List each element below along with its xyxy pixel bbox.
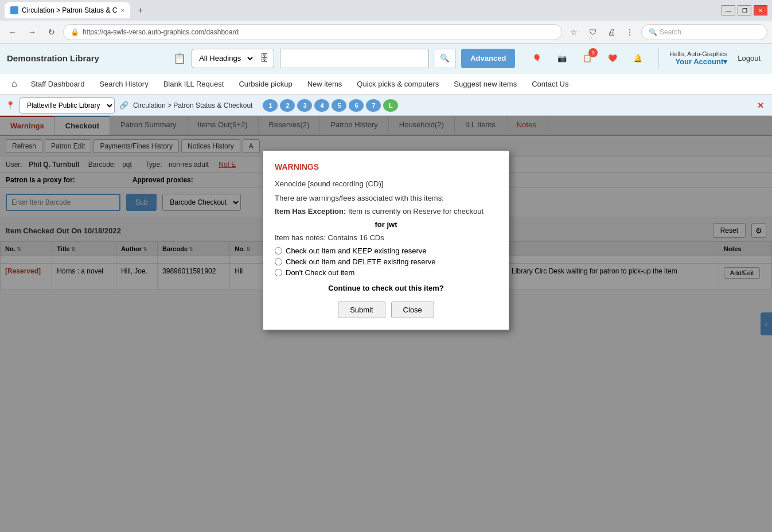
modal-radio-0[interactable] xyxy=(275,247,282,255)
user-account-button[interactable]: Your Account▾ xyxy=(669,57,727,66)
tab-favicon xyxy=(10,6,18,14)
logout-button[interactable]: Logout xyxy=(733,54,765,62)
list-icon[interactable]: 📋 3 xyxy=(577,48,598,69)
browser-search-box: 🔍 Search xyxy=(641,24,767,40)
nav-quick-picks[interactable]: Quick picks & computers xyxy=(350,75,446,93)
back-button[interactable]: ← xyxy=(5,24,21,40)
modal-option-1: Check out Item and DELETE existing reser… xyxy=(275,257,497,266)
nav-staff-dashboard[interactable]: Staff Dashboard xyxy=(24,75,92,93)
page-tab-3[interactable]: 3 xyxy=(297,99,312,112)
extensions-icon[interactable]: 🛡 xyxy=(585,24,601,40)
page-tab-4[interactable]: 4 xyxy=(314,99,329,112)
modal-option-label-1: Check out Item and DELETE existing reser… xyxy=(286,257,436,266)
reload-button[interactable]: ↻ xyxy=(44,24,60,40)
modal-option-2: Don't Check out item xyxy=(275,268,497,277)
search-icon: 🔍 xyxy=(649,28,657,36)
new-tab-button[interactable]: + xyxy=(134,3,147,17)
search-heading-dropdown[interactable]: All Headings 🗄 xyxy=(192,49,274,68)
hello-text: Hello, Auto-Graphics xyxy=(669,50,727,57)
breadcrumb: Circulation > Patron Status & Checkout xyxy=(133,101,252,109)
nav-blank-ill[interactable]: Blank ILL Request xyxy=(157,75,231,93)
bell-icon[interactable]: 🔔 xyxy=(627,48,648,69)
lock-icon: 🔒 xyxy=(71,28,79,36)
main-content: Warnings Checkout Patron Summary Items O… xyxy=(0,116,772,532)
modal-exception-centered: for jwt xyxy=(275,220,497,229)
window-minimize-button[interactable]: — xyxy=(722,5,735,15)
library-select[interactable]: Platteville Public Library xyxy=(20,97,115,114)
print-icon[interactable]: 🖨 xyxy=(603,24,619,40)
url-text: https://qa-swls-verso.auto-graphics.com/… xyxy=(83,28,239,36)
modal-radio-1[interactable] xyxy=(275,258,282,265)
balloon-icon[interactable]: 🎈 xyxy=(527,48,547,69)
page-tab-l[interactable]: L xyxy=(383,99,398,112)
page-tab-2[interactable]: 2 xyxy=(280,99,295,112)
modal-exception: Item Has Exception: Item is currently on… xyxy=(275,207,497,216)
modal-title: WARNINGS xyxy=(275,162,497,171)
window-restore-button[interactable]: ❐ xyxy=(738,5,751,15)
location-pin-icon: 📍 xyxy=(6,101,15,109)
page-tabs: 1 2 3 4 5 6 7 L xyxy=(263,99,398,112)
browser-tab[interactable]: Circulation > Patron Status & C × xyxy=(5,2,130,18)
tab-title: Circulation > Patron Status & C xyxy=(22,6,117,14)
main-search-input[interactable] xyxy=(280,49,429,68)
modal-continue-text: Continue to check out this item? xyxy=(275,284,497,292)
forward-button[interactable]: → xyxy=(24,24,40,40)
modal-overlay: WARNINGS Xenocide [sound recording (CD)]… xyxy=(0,116,772,532)
modal-options: Check out Item and KEEP existing reserve… xyxy=(275,247,497,277)
heading-select[interactable]: All Headings xyxy=(192,49,255,68)
heart-icon[interactable]: ❤️ xyxy=(602,48,623,69)
modal-option-label-2: Don't Check out item xyxy=(286,268,354,277)
modal-submit-button[interactable]: Submit xyxy=(338,302,385,318)
page-tab-7[interactable]: 7 xyxy=(366,99,381,112)
page-tab-5[interactable]: 5 xyxy=(332,99,346,112)
address-bar: 🔒 https://qa-swls-verso.auto-graphics.co… xyxy=(63,24,562,40)
modal-notes: Item has notes: Contains 16 CDs xyxy=(275,233,497,242)
warnings-modal: WARNINGS Xenocide [sound recording (CD)]… xyxy=(263,150,509,330)
nav-curbside[interactable]: Curbside pickup xyxy=(232,75,299,93)
modal-option-label-0: Check out Item and KEEP existing reserve xyxy=(286,247,426,255)
home-nav-item[interactable]: ⌂ xyxy=(6,74,23,93)
nav-search-history[interactable]: Search History xyxy=(92,75,155,93)
app-logo: Demonstration Library xyxy=(7,53,99,63)
tab-close-button[interactable]: × xyxy=(120,7,124,14)
bookmark-button[interactable]: ☆ xyxy=(566,24,582,40)
catalog-search-icon: 📋 xyxy=(173,52,186,65)
modal-close-button[interactable]: Close xyxy=(391,302,434,318)
camera-icon[interactable]: 📷 xyxy=(552,48,572,69)
page-tab-6[interactable]: 6 xyxy=(349,99,364,112)
window-close-button[interactable]: ✕ xyxy=(754,5,767,15)
page-tab-1[interactable]: 1 xyxy=(263,99,278,112)
search-submit-button[interactable]: 🔍 xyxy=(435,49,455,68)
nav-contact[interactable]: Contact Us xyxy=(525,75,575,93)
breadcrumb-link-icon: 🔗 xyxy=(119,101,128,109)
list-badge: 3 xyxy=(588,48,598,57)
nav-new-items[interactable]: New items xyxy=(301,75,349,93)
location-bar: 📍 Platteville Public Library 🔗 Circulati… xyxy=(0,95,772,116)
modal-item-title: Xenocide [sound recording (CD)] xyxy=(275,179,497,188)
location-close-button[interactable]: ✕ xyxy=(755,100,766,111)
modal-buttons: Submit Close xyxy=(275,302,497,318)
nav-suggest[interactable]: Suggest new items xyxy=(447,75,524,93)
user-info-block: Hello, Auto-Graphics Your Account▾ xyxy=(669,50,727,66)
advanced-search-button[interactable]: Advanced xyxy=(461,49,515,68)
database-icon: 🗄 xyxy=(255,53,274,64)
menu-icon[interactable]: ⋮ xyxy=(622,24,638,40)
browser-search-text: Search xyxy=(660,28,681,36)
modal-radio-2[interactable] xyxy=(275,269,282,276)
main-nav: ⌂ Staff Dashboard Search History Blank I… xyxy=(0,73,772,95)
modal-option-0: Check out Item and KEEP existing reserve xyxy=(275,247,497,255)
modal-warning-intro: There are warnings/fees associated with … xyxy=(275,194,497,202)
